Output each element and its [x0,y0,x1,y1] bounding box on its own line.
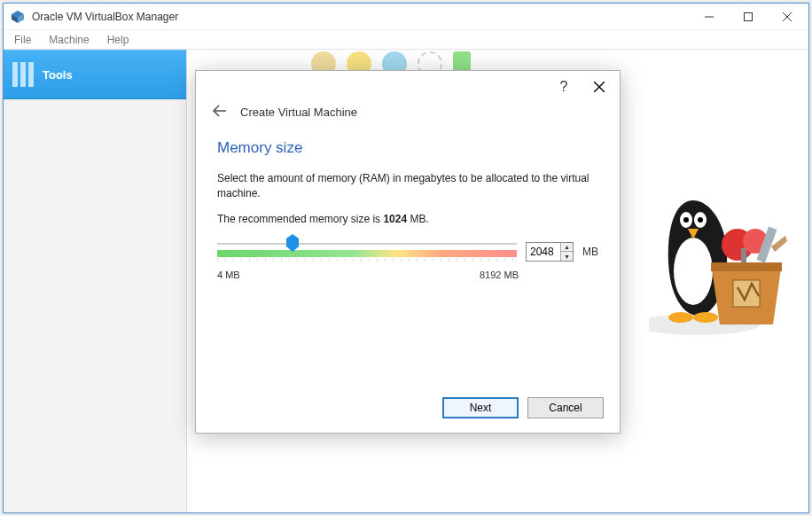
create-vm-dialog: ? Create Virtual Machine Memory size Sel… [195,70,621,434]
recommended-suffix: MB. [407,213,429,225]
svg-point-14 [668,312,693,323]
svg-rect-20 [741,248,746,262]
step-description: Select the amount of memory (RAM) in meg… [217,171,598,202]
dialog-footer: Next Cancel [196,392,620,433]
help-button[interactable]: ? [549,74,579,99]
sidebar: Tools [4,50,187,512]
slider-thumb[interactable] [286,234,299,252]
app-icon [11,10,25,24]
step-title: Memory size [217,139,598,157]
dialog-title: Create Virtual Machine [240,106,357,119]
menu-file[interactable]: File [7,32,38,48]
svg-point-8 [674,238,713,305]
titlebar: Oracle VM VirtualBox Manager [4,4,808,30]
memory-slider[interactable] [217,236,517,268]
svg-rect-4 [745,12,753,20]
tools-icon [12,62,34,87]
main-window: Oracle VM VirtualBox Manager File Machin… [3,3,809,513]
memory-unit: MB [582,246,598,258]
svg-marker-24 [286,234,299,252]
maximize-button[interactable] [729,4,768,29]
window-title: Oracle VM VirtualBox Manager [32,11,690,23]
svg-point-12 [698,217,703,223]
penguin-toolbox-illustration [649,183,791,342]
next-button[interactable]: Next [442,397,519,418]
menu-help[interactable]: Help [100,32,137,48]
dialog-header: Create Virtual Machine [196,103,620,127]
sidebar-item-label: Tools [43,68,73,82]
dialog-titlebar: ? [196,71,620,103]
recommended-prefix: The recommended memory size is [217,213,383,225]
recommended-text: The recommended memory size is 1024 MB. [217,213,598,225]
svg-point-15 [693,312,718,323]
close-button[interactable] [768,4,807,29]
dialog-close-button[interactable] [584,74,614,99]
cancel-button[interactable]: Cancel [527,397,604,418]
spin-up-button[interactable]: ▲ [560,243,573,253]
dialog-body: Memory size Select the amount of memory … [196,127,620,392]
recommended-value: 1024 [383,213,407,225]
menu-machine[interactable]: Machine [42,32,96,48]
spin-down-button[interactable]: ▼ [560,252,573,261]
back-arrow-icon[interactable] [212,103,228,121]
slider-max-label: 8192 MB [480,270,519,280]
minimize-button[interactable] [690,4,729,29]
memory-spinbox[interactable]: ▲ ▼ [526,242,574,262]
svg-point-10 [683,217,689,223]
sidebar-item-tools[interactable]: Tools [4,50,186,99]
memory-slider-row: ▲ ▼ MB [217,236,598,268]
slider-min-label: 4 MB [217,270,240,280]
menubar: File Machine Help [4,30,808,50]
